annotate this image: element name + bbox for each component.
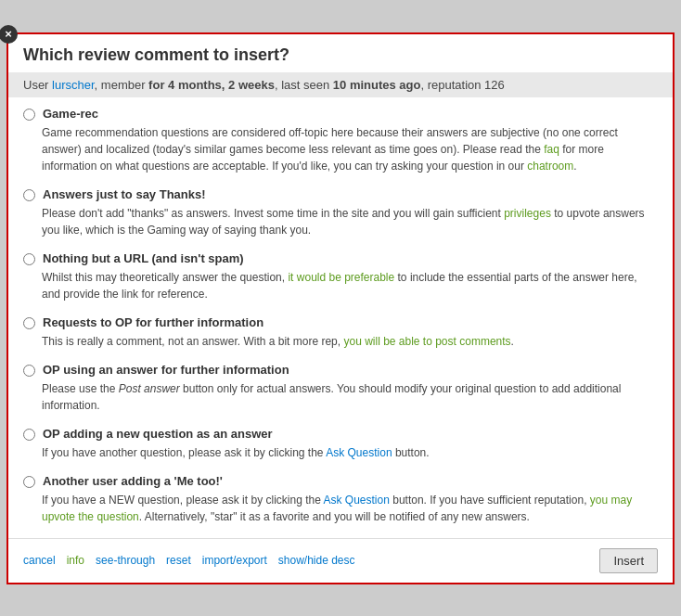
footer-links: cancel info see-through reset import/exp… (23, 554, 355, 567)
radio-op-using-answer[interactable] (23, 365, 35, 377)
user-label: User (23, 78, 52, 92)
option-answers-thanks-title: Answers just to say Thanks! (43, 187, 206, 201)
review-comment-dialog: × Which review comment to insert? User l… (6, 32, 675, 584)
radio-answers-thanks[interactable] (23, 189, 35, 201)
option-url-only: Nothing but a URL (and isn't spam) Whils… (23, 251, 658, 302)
option-op-using-answer-title: OP using an answer for further informati… (43, 363, 289, 377)
radio-requests-op[interactable] (23, 317, 35, 329)
option-answers-thanks: Answers just to say Thanks! Please don't… (23, 187, 658, 238)
user-info-bar: User lurscher, member for 4 months, 2 we… (8, 72, 673, 97)
option-me-too-header: Another user adding a 'Me too!' (23, 474, 658, 488)
option-game-rec-body: Game recommendation questions are consid… (23, 124, 658, 174)
reputation-label: , reputation (420, 78, 484, 92)
option-op-using-answer-body: Please use the Post answer button only f… (23, 380, 658, 414)
radio-op-new-question[interactable] (23, 429, 35, 441)
option-op-using-answer-header: OP using an answer for further informati… (23, 363, 658, 377)
member-duration: for 4 months, 2 weeks (148, 78, 275, 92)
option-op-new-question-title: OP adding a new question as an answer (43, 427, 273, 441)
ask-question-link-2[interactable]: Ask Question (324, 494, 390, 507)
preferable-link[interactable]: it would be preferable (288, 271, 394, 284)
faq-link[interactable]: faq (544, 143, 559, 156)
import-export-link[interactable]: import/export (202, 554, 267, 567)
option-requests-op-header: Requests to OP for further information (23, 315, 658, 329)
close-button[interactable]: × (0, 25, 18, 44)
username-link[interactable]: lurscher (52, 78, 95, 92)
last-seen-label: , last seen (275, 78, 333, 92)
option-answers-thanks-header: Answers just to say Thanks! (23, 187, 658, 201)
chatroom-link[interactable]: chatroom (527, 160, 573, 173)
dialog-footer: cancel info see-through reset import/exp… (8, 538, 673, 583)
cancel-link[interactable]: cancel (23, 554, 56, 567)
privileges-link[interactable]: privileges (504, 207, 551, 220)
option-game-rec-header: Game-rec (23, 107, 658, 121)
options-list: Game-rec Game recommendation questions a… (8, 107, 673, 525)
show-hide-desc-link[interactable]: show/hide desc (278, 554, 355, 567)
radio-url-only[interactable] (23, 253, 35, 265)
option-game-rec-title: Game-rec (43, 107, 98, 121)
option-url-only-title: Nothing but a URL (and isn't spam) (43, 251, 244, 265)
member-text: , member (95, 78, 149, 92)
option-game-rec: Game-rec Game recommendation questions a… (23, 107, 658, 174)
option-requests-op-title: Requests to OP for further information (43, 315, 263, 329)
see-through-link[interactable]: see-through (96, 554, 155, 567)
option-requests-op: Requests to OP for further information T… (23, 315, 658, 350)
insert-button[interactable]: Insert (599, 548, 658, 573)
option-me-too-title: Another user adding a 'Me too!' (43, 474, 223, 488)
reset-link[interactable]: reset (166, 554, 191, 567)
info-link[interactable]: info (67, 554, 84, 567)
option-requests-op-body: This is really a comment, not an answer.… (23, 333, 658, 350)
option-op-new-question: OP adding a new question as an answer If… (23, 427, 658, 461)
option-op-new-question-body: If you have another question, please ask… (23, 444, 658, 461)
option-url-only-body: Whilst this may theoretically answer the… (23, 269, 658, 302)
post-comments-link[interactable]: you will be able to post comments (343, 335, 510, 348)
option-me-too: Another user adding a 'Me too!' If you h… (23, 474, 658, 525)
ask-question-link-1[interactable]: Ask Question (326, 446, 392, 459)
dialog-title: Which review comment to insert? (8, 34, 673, 72)
option-op-using-answer: OP using an answer for further informati… (23, 363, 658, 414)
option-answers-thanks-body: Please don't add "thanks" as answers. In… (23, 205, 658, 238)
close-icon: × (5, 27, 12, 41)
radio-game-rec[interactable] (23, 109, 35, 121)
option-op-new-question-header: OP adding a new question as an answer (23, 427, 658, 441)
option-me-too-body: If you have a NEW question, please ask i… (23, 492, 658, 525)
radio-me-too[interactable] (23, 476, 35, 488)
reputation-value: 126 (484, 78, 505, 92)
option-url-only-header: Nothing but a URL (and isn't spam) (23, 251, 658, 265)
last-seen-value: 10 minutes ago (333, 78, 421, 92)
